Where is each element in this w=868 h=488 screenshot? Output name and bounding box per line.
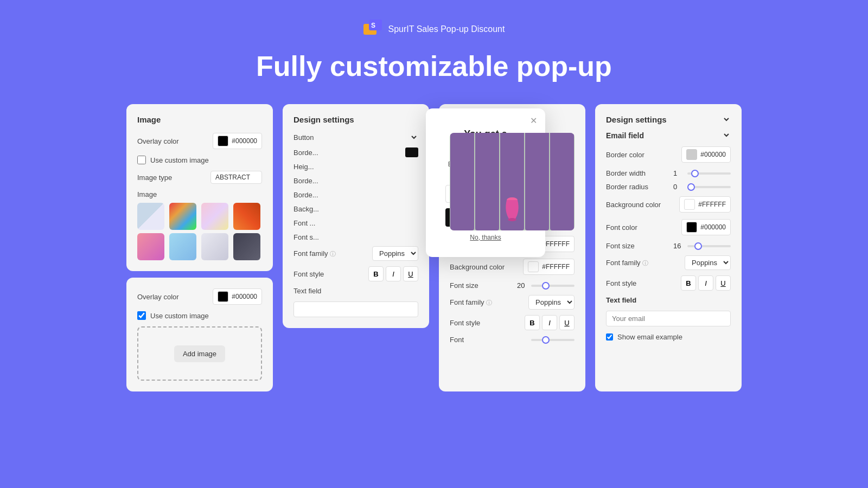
right-border-radius-value: 0 [673, 183, 684, 191]
right-italic-button[interactable]: I [698, 275, 713, 291]
logo-text: SpurIT Sales Pop-up Discount [388, 24, 505, 34]
right-font-family-label: Font family ⓘ [606, 259, 648, 267]
thumb-pink[interactable] [137, 233, 164, 260]
design-settings-title: Design settings [293, 115, 418, 124]
border-r-label: Borde... [293, 177, 318, 185]
general-italic-button[interactable]: I [542, 315, 557, 330]
svg-text:S: S [371, 22, 375, 29]
use-custom-image-row2: Use custom image [137, 311, 262, 320]
right-font-family-row: Font family ⓘ Poppins [606, 255, 731, 270]
font-color-row: Font ... [293, 218, 418, 228]
right-font-color-row: Font color #000000 [606, 219, 731, 235]
bg-color-label: Backg... [293, 205, 319, 213]
right-text-field-input[interactable] [606, 311, 731, 326]
general-font-family-select[interactable]: Poppins [528, 295, 575, 310]
general-bg-color-row: Background color #FFFFFF [450, 259, 575, 275]
general-underline-button[interactable]: U [559, 315, 575, 330]
right-font-size-slider[interactable] [687, 245, 731, 247]
use-custom-image-checkbox[interactable] [137, 156, 146, 164]
general-font-size-value: 20 [517, 281, 528, 290]
font-family-select[interactable]: Poppins [372, 246, 418, 261]
thumb-flower[interactable] [201, 203, 228, 230]
right-underline-button[interactable]: U [716, 275, 731, 291]
right-border-width-slider[interactable] [687, 172, 731, 175]
thumb-dark[interactable] [233, 233, 260, 260]
thumb-sky[interactable] [169, 233, 196, 260]
right-bold-button[interactable]: B [681, 275, 696, 291]
bg-color-row: Backg... [293, 204, 418, 214]
border-w-row: Borde... [293, 190, 418, 200]
right-font-color-label: Font color [606, 223, 637, 232]
right-font-color-value: #000000 [700, 223, 726, 231]
font-row-bottom: Font [450, 336, 575, 344]
general-font-size-slider[interactable] [531, 285, 575, 287]
right-border-radius-label: Border radius [606, 183, 648, 191]
add-image-button[interactable]: Add image [174, 345, 225, 362]
image-type-label: Image type [137, 174, 172, 182]
button-label: Button [293, 133, 314, 142]
font-size-slider-bottom[interactable] [531, 339, 575, 341]
general-bg-color-swatch[interactable]: #FFFFFF [523, 259, 575, 275]
general-bg-color-value: #FFFFFF [542, 263, 570, 271]
email-field-label: Email field [606, 131, 644, 140]
email-field-select[interactable] [720, 131, 731, 140]
italic-button[interactable]: I [386, 266, 401, 281]
general-font-style-buttons: B I U [525, 315, 575, 330]
right-bg-color-box [684, 199, 695, 210]
button-select[interactable] [407, 133, 418, 142]
popup-no-thanks-button[interactable]: No, thanks [470, 234, 501, 241]
right-border-width-label: Border width [606, 169, 646, 177]
text-field-input[interactable]: SUBSCRIBE [293, 301, 418, 317]
right-font-size-label: Font size [606, 242, 635, 250]
thumb-lamp[interactable] [201, 233, 228, 260]
show-email-checkbox[interactable] [606, 333, 613, 341]
overlay-color-swatch2[interactable]: #000000 [213, 288, 262, 305]
text-field-label: Text field [293, 287, 418, 295]
page-title: Fully customizable pop-up [256, 50, 612, 82]
right-font-family-select[interactable]: Poppins [685, 255, 731, 270]
image-card: Image Overlay color #000000 Use custom i… [126, 104, 273, 271]
right-font-size-row: Font size 16 [606, 242, 731, 250]
overlay-color-value2: #000000 [232, 293, 257, 300]
email-field-row: Email field [606, 131, 731, 140]
overlay-color-swatch[interactable]: #000000 [213, 133, 262, 149]
right-border-color-value: #000000 [700, 151, 726, 158]
borde-label: Borde... [293, 149, 318, 157]
right-font-color-box [686, 222, 697, 233]
thumb-orange[interactable] [233, 203, 260, 230]
font-style-buttons: B I U [368, 266, 418, 281]
right-border-width-value: 1 [673, 169, 684, 177]
right-border-width-row: Border width 1 [606, 169, 731, 177]
underline-button[interactable]: U [403, 266, 418, 281]
right-border-radius-slider[interactable] [687, 186, 731, 188]
font-size-label: Font s... [293, 233, 319, 241]
font-bottom-label: Font [450, 336, 464, 344]
images-grid [137, 203, 262, 260]
use-custom-image-checkbox2[interactable] [137, 311, 146, 320]
right-border-color-swatch[interactable]: #000000 [681, 146, 731, 163]
general-font-family-row: Font family ⓘ Poppins [450, 295, 575, 310]
bold-button[interactable]: B [368, 266, 384, 281]
right-bg-color-swatch[interactable]: #FFFFFF [679, 196, 731, 213]
right-border-radius-row: Border radius 0 [606, 183, 731, 191]
general-font-family-label: Font family ⓘ [450, 298, 492, 307]
thumb-colorful[interactable] [169, 203, 196, 230]
right-font-color-swatch[interactable]: #000000 [681, 219, 731, 235]
right-bg-color-row: Background color #FFFFFF [606, 196, 731, 213]
text-field-section: Text field SUBSCRIBE [293, 287, 418, 317]
right-text-field-label: Text field [606, 296, 731, 304]
thumb-blue[interactable] [137, 203, 164, 230]
use-custom-image-label: Use custom image [150, 156, 209, 164]
border-color-swatch-btn[interactable] [405, 147, 418, 157]
general-bg-color-box [528, 261, 539, 272]
border-color-row: Borde... [293, 147, 418, 157]
right-design-section-select[interactable] [720, 115, 731, 124]
general-bold-button[interactable]: B [525, 315, 540, 330]
image-type-select[interactable]: ABSTRACT [210, 171, 262, 184]
general-font-style-label: Font style [450, 319, 480, 327]
popup-close-button[interactable]: ✕ [527, 114, 540, 127]
design-card-wrapper: Design settings Button Borde... Heig... … [283, 104, 429, 391]
custom-image-card: Overlay color #000000 Use custom image A… [126, 278, 273, 391]
right-border-color-row: Border color #000000 [606, 146, 731, 163]
right-text-field-section: Text field [606, 296, 731, 326]
